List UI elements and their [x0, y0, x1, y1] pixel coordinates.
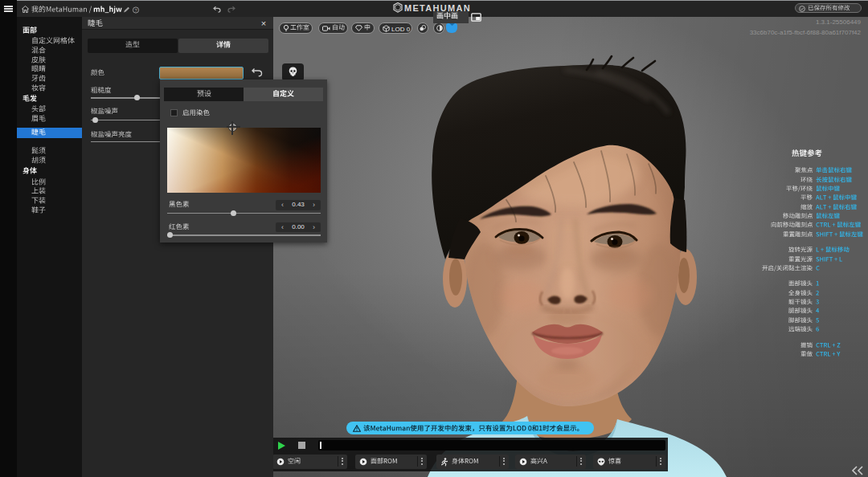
- svg-text:?: ?: [134, 8, 137, 13]
